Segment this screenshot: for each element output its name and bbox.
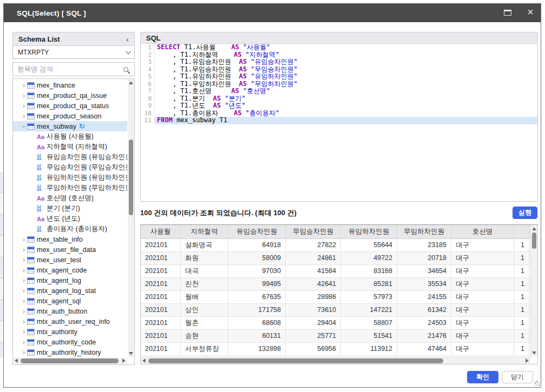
scroll-up-icon[interactable]	[532, 227, 536, 230]
chevron-right-icon[interactable]: ›	[21, 328, 27, 336]
tree-column-item[interactable]: Aa사용월 (사용월)	[13, 131, 127, 142]
maximize-icon[interactable]	[504, 10, 511, 16]
grid-cell: 서부정류장	[181, 343, 228, 355]
chevron-right-icon[interactable]: ›	[21, 349, 27, 356]
chevron-right-icon[interactable]: ›	[21, 112, 27, 120]
tree-item-label: mex_table_info	[37, 236, 83, 243]
scroll-down-icon[interactable]	[129, 352, 133, 355]
run-button[interactable]: 실행	[513, 207, 537, 219]
table-row[interactable]: 202101대곡97030415848316834654대구1	[141, 265, 530, 278]
chevron-right-icon[interactable]: ›	[21, 318, 27, 325]
chevron-right-icon[interactable]: ›	[21, 246, 27, 254]
scroll-right-icon[interactable]	[526, 358, 529, 363]
tree-vertical-scroll-thumb[interactable]	[129, 139, 133, 215]
tree-table-item[interactable]: ›mtx_authority	[13, 327, 127, 337]
chevron-right-icon[interactable]: ›	[21, 82, 27, 89]
tree-column-item[interactable]: 1234무임승차인원 (무임승차인원)	[13, 162, 127, 172]
refresh-icon[interactable]: ↻	[79, 122, 85, 130]
search-input[interactable]	[17, 65, 123, 73]
table-row[interactable]: 202101화원58009248614972220718대구1	[141, 252, 530, 265]
scroll-left-icon[interactable]	[15, 358, 18, 363]
tree-column-item[interactable]: Aa지하철역 (지하철역)	[13, 142, 127, 152]
tree-column-item[interactable]: 1234유임승차인원 (유임승차인원)	[13, 152, 127, 162]
chevron-down-icon[interactable]: ›	[20, 123, 28, 130]
dialog-titlebar[interactable]: SQL(Select) [ SQL ] ×	[4, 4, 541, 22]
chevron-right-icon[interactable]: ›	[21, 267, 27, 274]
tree-table-item[interactable]: ›mtx_agent_log	[13, 275, 127, 285]
grid-header-cell[interactable]	[514, 225, 529, 238]
tree-horizontal-scroll-thumb[interactable]	[21, 358, 119, 363]
tree-table-item[interactable]: ›mtx_agent_log_stat	[13, 285, 127, 296]
tree-table-item[interactable]: ›mtx_authority_history	[13, 347, 127, 357]
grid-header-cell[interactable]: 무임하차인원	[397, 225, 451, 238]
grid-horizontal-scrollbar[interactable]	[141, 357, 530, 364]
sql-editor[interactable]: 1SELECT T1.사용월 AS "사용월"2 , T1.지하철역 AS "지…	[140, 44, 538, 202]
grid-cell: 202101	[141, 291, 181, 303]
tree-item-label: 호선명 (호선명)	[47, 194, 94, 203]
table-row[interactable]: 202101진천99495426418528135534대구1	[141, 278, 530, 291]
close-button[interactable]: 닫기	[502, 371, 533, 383]
chevron-right-icon[interactable]: ›	[21, 92, 27, 99]
grid-header-cell[interactable]: 유임하차인원	[341, 225, 397, 238]
table-row[interactable]: 202101월촌68608294045880724503대구1	[141, 317, 530, 330]
chevron-right-icon[interactable]: ›	[21, 256, 27, 264]
tree-table-item[interactable]: ›mtx_agent_code	[13, 265, 127, 275]
grid-header-cell[interactable]: 유임승차인원	[228, 225, 286, 238]
chevron-right-icon[interactable]: ›	[21, 287, 27, 295]
grid-cell: 68608	[228, 317, 286, 329]
tree-item-label: mex_finance	[37, 82, 75, 89]
schema-select[interactable]: MTXRPTY	[12, 46, 135, 59]
chevron-right-icon[interactable]: ›	[21, 297, 27, 305]
scroll-left-icon[interactable]	[142, 358, 146, 363]
search-icon[interactable]	[123, 67, 128, 72]
table-row[interactable]: 202101상인1717587361014722161342대구1	[141, 304, 530, 317]
grid-header-cell[interactable]: 지하철역	[181, 225, 228, 238]
tree-column-item[interactable]: Aa년도 (년도)	[13, 214, 127, 224]
sql-code-text: , T1.호선명 AS "호선명"	[155, 88, 537, 95]
scroll-down-icon[interactable]	[532, 351, 536, 355]
table-row[interactable]: 202101설화명곡64918278225564423185대구1	[141, 239, 530, 252]
tree-table-item[interactable]: ›mex_product_qa_status	[13, 101, 127, 111]
tree-item-label: mtx_agent_log_stat	[37, 287, 96, 295]
chevron-right-icon[interactable]: ›	[21, 308, 27, 315]
grid-header-cell[interactable]: 사용월	[141, 225, 181, 238]
close-icon[interactable]: ×	[527, 6, 534, 18]
table-row[interactable]: 202101송현60131257715154121476대구1	[141, 330, 530, 343]
tree-column-item[interactable]: 1234무임하차인원 (무임하차인원)	[13, 183, 127, 193]
tree-column-item[interactable]: 1234유임하차인원 (유임하차인원)	[13, 172, 127, 183]
tree-table-item[interactable]: ›mex_table_info	[13, 234, 127, 244]
tree-column-item[interactable]: 1234분기 (분기)	[13, 203, 127, 214]
grid-horizontal-scroll-thumb[interactable]	[148, 358, 443, 363]
tree-table-item[interactable]: ›mtx_agent_sql	[13, 296, 127, 306]
tree-table-item[interactable]: ›mex_product_qa_issue	[13, 90, 127, 101]
chevron-right-icon[interactable]: ›	[21, 236, 27, 243]
tree-item-label: 년도 (년도)	[47, 214, 80, 223]
sql-code-text: , T1.무임승차인원 AS "무임승차인원"	[155, 66, 537, 74]
ok-button[interactable]: 확인	[467, 371, 498, 383]
collapse-panel-icon[interactable]: ‹	[126, 35, 129, 44]
tree-table-item[interactable]: ›mex_product_season	[13, 111, 127, 121]
tree-column-item[interactable]: 1234총이용자 (총이용자)	[13, 224, 127, 234]
grid-vertical-scroll-thumb[interactable]	[532, 232, 536, 249]
table-row[interactable]: 202101월배67635289865797324155대구1	[141, 291, 530, 304]
tree-table-item[interactable]: ›mex_user_file_data	[13, 244, 127, 255]
tree-vertical-scrollbar[interactable]	[128, 79, 134, 357]
tree-table-item[interactable]: ›mtx_auth_user_req_info	[13, 316, 127, 327]
scroll-up-icon[interactable]	[129, 81, 133, 84]
tree-table-item[interactable]: ›mtx_auth_button	[13, 306, 127, 316]
tree-column-item[interactable]: Aa호선명 (호선명)	[13, 193, 127, 203]
tree-table-item[interactable]: ›mex_user_test	[13, 255, 127, 265]
chevron-right-icon[interactable]: ›	[21, 338, 27, 346]
chevron-right-icon[interactable]: ›	[21, 102, 27, 110]
table-row[interactable]: 202101서부정류장1328985695611391247464대구1	[141, 343, 530, 356]
resize-grip[interactable]	[534, 381, 540, 386]
tree-table-item[interactable]: ›mex_subway↻	[13, 121, 127, 131]
tree-table-item[interactable]: ›mex_finance	[13, 80, 127, 90]
tree-table-item[interactable]: ›mtx_authority_code	[13, 337, 127, 347]
grid-header-cell[interactable]: 호선명	[451, 225, 514, 238]
chevron-right-icon[interactable]: ›	[21, 277, 27, 284]
scroll-right-icon[interactable]	[122, 358, 126, 363]
grid-header-cell[interactable]: 무임승차인원	[286, 225, 341, 238]
tree-horizontal-scrollbar[interactable]	[13, 357, 127, 364]
grid-vertical-scrollbar[interactable]	[530, 225, 537, 357]
